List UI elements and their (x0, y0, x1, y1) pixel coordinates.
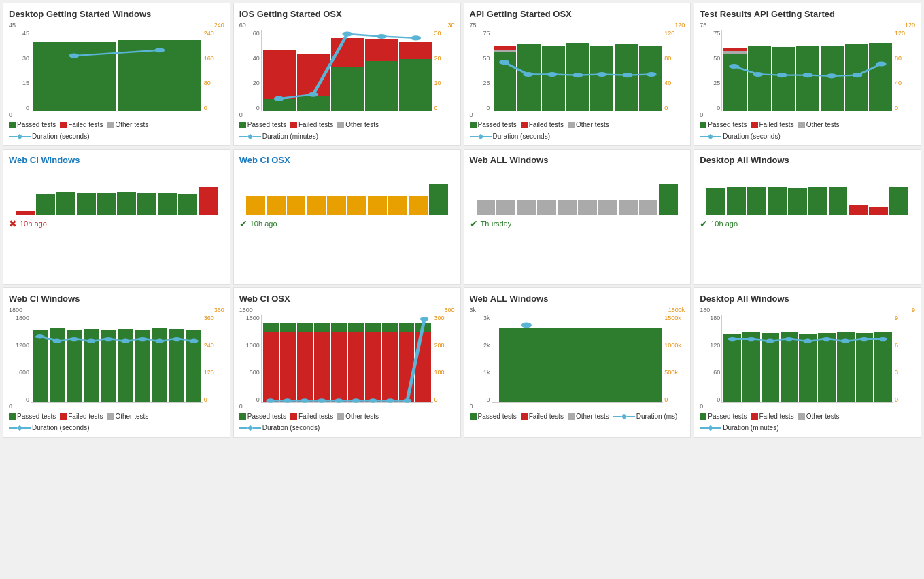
legend: Passed tests Failed tests Other tests Du… (239, 121, 455, 140)
dashboard-grid: Desktop Getting Started Windows 45 240 4… (0, 0, 924, 440)
svg-point-40 (420, 317, 429, 321)
y-axis-left: 75 50 25 0 (473, 30, 490, 111)
legend-failed-label: Failed tests (759, 413, 794, 420)
status-icon-ok: ✔ (700, 218, 708, 229)
bar (368, 196, 387, 215)
bar (748, 46, 771, 111)
bar-chart-mini (475, 168, 680, 215)
bar (118, 40, 201, 111)
bar (297, 323, 313, 402)
bar (619, 200, 638, 215)
bar (808, 187, 827, 215)
legend-passed-label: Passed tests (478, 413, 517, 420)
left-axis-top: 45 (9, 22, 16, 29)
bar (889, 187, 908, 215)
legend-other-icon (568, 413, 575, 420)
legend-passed-icon (470, 413, 477, 420)
legend-duration: Duration (seconds) (700, 133, 780, 140)
bar (566, 43, 589, 111)
bar-chart (492, 315, 664, 403)
status-icon-ok: ✔ (239, 218, 247, 229)
legend-duration: Duration (ms) (613, 413, 678, 420)
legend-passed-label: Passed tests (478, 121, 517, 128)
bar (477, 200, 496, 215)
bar (796, 46, 819, 111)
card-title: Web CI OSX (239, 155, 455, 165)
legend-failed: Failed tests (521, 121, 564, 128)
legend-failed-label: Failed tests (68, 121, 103, 128)
legend-passed: Passed tests (239, 413, 286, 420)
x-axis-zero: 0 (470, 403, 685, 410)
svg-point-41 (521, 323, 531, 328)
legend-failed-icon (60, 413, 67, 420)
bar-chart (721, 30, 893, 111)
bar (158, 193, 177, 215)
right-axis-top: 9 (912, 306, 915, 313)
svg-point-4 (342, 31, 352, 36)
legend-failed-label: Failed tests (298, 413, 333, 420)
bar (307, 196, 326, 215)
bar (874, 332, 892, 402)
legend-other-label: Other tests (576, 121, 609, 128)
right-axis-top: 240 (214, 22, 224, 29)
bar (152, 328, 167, 402)
legend-passed-icon (470, 122, 477, 128)
legend-failed: Failed tests (290, 413, 333, 420)
legend-other-label: Other tests (806, 413, 840, 420)
legend-other-icon (337, 413, 344, 420)
legend-passed: Passed tests (700, 121, 747, 128)
legend-other-icon (568, 122, 575, 128)
bar (186, 330, 201, 402)
svg-point-5 (376, 34, 386, 39)
bar (33, 330, 48, 402)
chart-wrapper: 3k 2k 1k 0 1500k 1000k 500k 0 (492, 315, 664, 403)
left-axis-top: 1800 (9, 306, 22, 313)
legend: Passed tests Failed tests Other tests Du… (470, 413, 685, 420)
chart-wrapper (705, 168, 910, 215)
bar (118, 329, 133, 402)
bar (727, 187, 746, 215)
y-axis-right: 240 160 80 0 (204, 30, 223, 111)
y-axis-left: 1800 1200 600 0 (12, 315, 29, 403)
bar (639, 46, 662, 111)
card-ios-getting-started-osx: iOS Getting Started OSX 60 30 60 40 20 0… (233, 3, 461, 146)
status-row: ✔ Thursday (470, 218, 685, 229)
legend-failed: Failed tests (751, 413, 794, 420)
card-web-all-windows-mini: Web ALL Windows ✔ Thursday (464, 149, 691, 285)
status-row: ✖ 10h ago (9, 218, 224, 229)
legend-passed-label: Passed tests (247, 413, 286, 420)
right-axis-top: 360 (214, 306, 224, 313)
legend-duration: Duration (seconds) (9, 133, 89, 140)
legend-failed-label: Failed tests (529, 121, 564, 128)
bar-chart (492, 30, 664, 111)
legend-other-icon (107, 413, 114, 420)
legend-other: Other tests (107, 121, 148, 128)
bar (77, 193, 96, 215)
y-axis-right: 9 6 3 0 (895, 315, 914, 403)
legend-failed: Failed tests (751, 121, 794, 128)
right-axis-top: 120 (674, 22, 685, 29)
legend-failed-label: Failed tests (529, 413, 564, 420)
y-axis-left: 1500 1000 500 0 (242, 315, 260, 403)
bar (869, 43, 892, 111)
legend-duration: Duration (seconds) (470, 133, 550, 140)
card-desktop-all-windows-mini: Desktop All Windows ✔ 10h ago (694, 149, 921, 285)
left-axis-top: 180 (700, 306, 710, 313)
legend-other: Other tests (798, 413, 840, 420)
status-text: Thursday (481, 220, 512, 228)
legend: Passed tests Failed tests Other tests Du… (700, 413, 915, 432)
status-text: 10h ago (711, 220, 738, 228)
bar (348, 323, 364, 402)
bar (578, 200, 597, 215)
legend: Passed tests Failed tests Other tests Du… (470, 121, 685, 140)
legend-duration: Duration (minutes) (700, 424, 778, 432)
bar (137, 193, 156, 215)
legend-duration: Duration (seconds) (239, 424, 320, 432)
bar (399, 42, 432, 111)
legend-failed-icon (60, 122, 67, 128)
legend-duration-label: Duration (seconds) (262, 424, 320, 432)
bar (97, 193, 116, 215)
bar (169, 329, 184, 402)
bar (590, 46, 613, 111)
status-row: ✔ 10h ago (239, 218, 455, 229)
